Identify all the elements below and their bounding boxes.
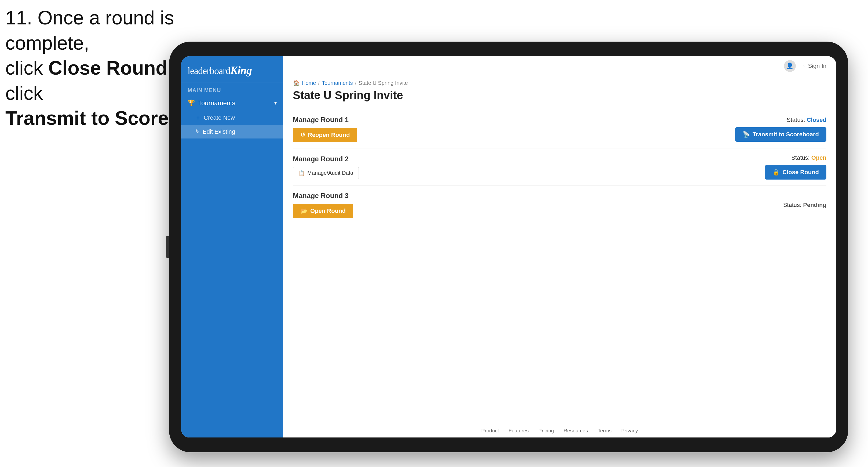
round-1-label: Manage Round 1: [293, 116, 357, 124]
breadcrumb-home[interactable]: Home: [302, 80, 316, 86]
open-round-button[interactable]: 📂 Open Round: [293, 204, 353, 218]
breadcrumb-current: State U Spring Invite: [359, 80, 408, 86]
sidebar-item-tournaments[interactable]: 🏆 Tournaments ▾: [181, 96, 283, 111]
transmit-to-scoreboard-button[interactable]: 📡 Transmit to Scoreboard: [735, 127, 827, 142]
page-title: State U Spring Invite: [283, 87, 836, 107]
avatar: 👤: [784, 60, 796, 72]
round-2-status: Status: Open: [791, 154, 827, 161]
footer-resources[interactable]: Resources: [564, 428, 588, 434]
footer-features[interactable]: Features: [508, 428, 529, 434]
sidebar: leaderboardKing MAIN MENU 🏆 Tournaments …: [181, 56, 283, 437]
round-3-card: Manage Round 3 📂 Open Round Status: Pend…: [293, 186, 827, 224]
plus-icon: ＋: [195, 114, 201, 122]
tablet-frame: leaderboardKing MAIN MENU 🏆 Tournaments …: [169, 41, 848, 452]
round-2-label: Manage Round 2: [293, 155, 359, 163]
round-1-card: Manage Round 1 ↺ Reopen Round Status: Cl…: [293, 110, 827, 148]
footer-pricing[interactable]: Pricing: [538, 428, 554, 434]
round-1-status: Status: Closed: [787, 117, 827, 123]
open-icon: 📂: [300, 208, 308, 214]
sign-in-button[interactable]: → Sign In: [800, 63, 827, 69]
reopen-round-button[interactable]: ↺ Reopen Round: [293, 128, 357, 142]
reopen-icon: ↺: [300, 131, 305, 138]
tablet-notch: [166, 236, 169, 258]
chevron-down-icon: ▾: [274, 100, 277, 106]
sidebar-item-edit-existing[interactable]: ✎ Edit Existing: [181, 125, 283, 138]
footer-product[interactable]: Product: [481, 428, 499, 434]
trophy-icon: 🏆: [188, 100, 195, 106]
sign-in-icon: →: [800, 63, 806, 69]
sidebar-section-label: MAIN MENU: [181, 83, 283, 96]
footer-privacy[interactable]: Privacy: [621, 428, 638, 434]
round-3-label: Manage Round 3: [293, 192, 353, 200]
round-3-status: Status: Pending: [783, 201, 827, 209]
clipboard-icon: 📋: [299, 170, 305, 176]
lock-icon: 🔒: [772, 169, 780, 176]
manage-audit-data-button[interactable]: 📋 Manage/Audit Data: [293, 167, 359, 179]
home-icon: 🏠: [293, 80, 300, 86]
round-2-card: Manage Round 2 📋 Manage/Audit Data Statu…: [293, 148, 827, 186]
sidebar-logo: leaderboardKing: [181, 56, 283, 83]
main-content: 👤 → Sign In 🏠 Home / Tournaments / State…: [283, 56, 836, 437]
breadcrumb: 🏠 Home / Tournaments / State U Spring In…: [283, 76, 836, 87]
close-round-button[interactable]: 🔒 Close Round: [765, 165, 827, 180]
sidebar-item-create-new[interactable]: ＋ Create New: [181, 111, 283, 125]
footer-terms[interactable]: Terms: [598, 428, 612, 434]
app-layout: leaderboardKing MAIN MENU 🏆 Tournaments …: [181, 56, 836, 437]
tablet-screen: leaderboardKing MAIN MENU 🏆 Tournaments …: [181, 56, 836, 437]
content-area: Manage Round 1 ↺ Reopen Round Status: Cl…: [283, 107, 836, 424]
edit-icon: ✎: [195, 128, 200, 135]
footer: Product Features Pricing Resources Terms…: [283, 424, 836, 437]
breadcrumb-tournaments[interactable]: Tournaments: [322, 80, 353, 86]
top-nav: 👤 → Sign In: [283, 56, 836, 76]
transmit-icon: 📡: [743, 131, 750, 138]
